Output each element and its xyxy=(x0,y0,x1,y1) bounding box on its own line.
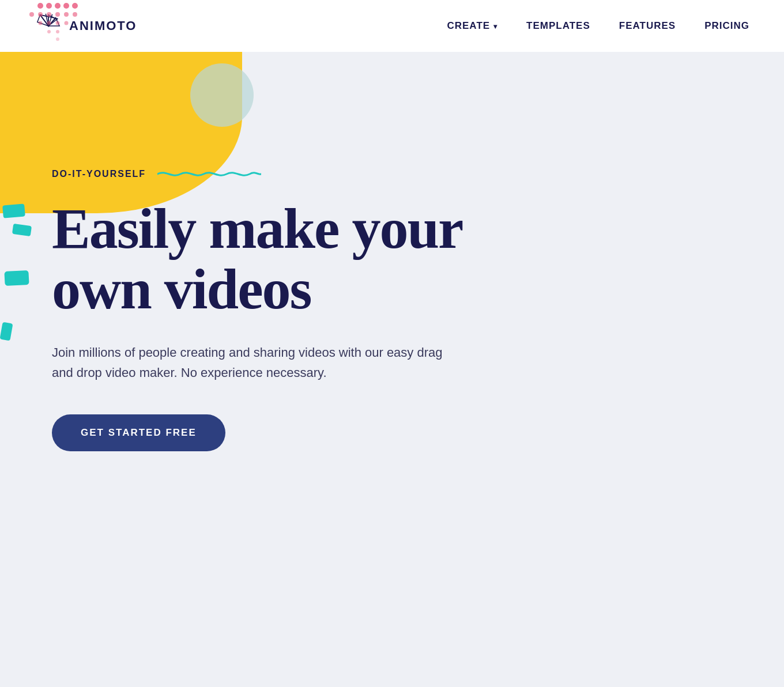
hero-content: DO-IT-YOURSELF Easily make your own vide… xyxy=(0,52,519,497)
hero-description: Join millions of people creating and sha… xyxy=(52,342,467,383)
hero-title: Easily make your own videos xyxy=(52,198,473,319)
wavy-line-decoration xyxy=(157,167,261,181)
svg-point-15 xyxy=(47,30,51,33)
svg-point-10 xyxy=(73,12,77,17)
nav-features[interactable]: FEATURES xyxy=(619,20,676,32)
nav-create[interactable]: CREATE ▾ xyxy=(447,20,497,32)
svg-point-1 xyxy=(46,3,52,9)
svg-point-11 xyxy=(39,21,43,25)
main-nav: CREATE ▾ TEMPLATES FEATURES PRICING xyxy=(447,20,749,32)
nav-pricing[interactable]: PRICING xyxy=(704,20,749,32)
header: ANIMOTO CREATE ▾ TEMPLATES FEATURES PRIC… xyxy=(0,0,784,52)
get-started-button[interactable]: GET STARTED FREE xyxy=(52,414,225,451)
svg-point-16 xyxy=(56,30,59,33)
chevron-down-icon: ▾ xyxy=(493,22,497,31)
hero-subtitle-text: DO-IT-YOURSELF xyxy=(52,169,146,179)
svg-point-14 xyxy=(65,21,69,25)
svg-point-4 xyxy=(72,3,78,9)
hero-section: DO-IT-YOURSELF Easily make your own vide… xyxy=(0,52,784,687)
hero-subtitle-row: DO-IT-YOURSELF xyxy=(52,167,473,181)
svg-point-6 xyxy=(38,12,43,17)
svg-point-9 xyxy=(64,12,69,17)
svg-point-17 xyxy=(56,37,59,41)
svg-point-2 xyxy=(55,3,61,9)
nav-templates[interactable]: TEMPLATES xyxy=(526,20,590,32)
pink-dots-decoration xyxy=(0,0,92,52)
svg-point-7 xyxy=(47,12,51,17)
svg-point-3 xyxy=(63,3,69,9)
svg-point-8 xyxy=(55,12,60,17)
svg-point-12 xyxy=(47,21,51,25)
svg-point-13 xyxy=(56,21,60,25)
svg-point-0 xyxy=(37,3,43,9)
svg-point-5 xyxy=(29,12,34,17)
